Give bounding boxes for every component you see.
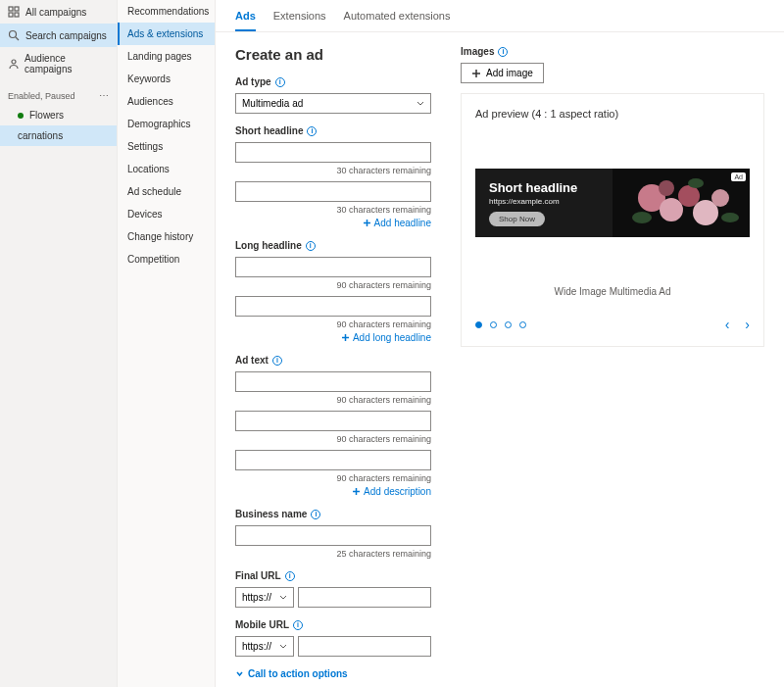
char-remaining: 25 characters remaining	[235, 549, 431, 559]
preview-title: Ad preview (4 : 1 aspect ratio)	[475, 108, 750, 120]
short-headline-input-2[interactable]	[235, 181, 431, 202]
nav-label: All campaigns	[25, 7, 86, 18]
plus-icon	[363, 219, 371, 227]
plus-icon	[471, 69, 481, 78]
info-icon[interactable]: i	[272, 356, 282, 366]
info-icon[interactable]: i	[275, 77, 285, 87]
ad-text-input-2[interactable]	[235, 411, 431, 431]
ad-type-label: Ad type	[235, 76, 271, 87]
info-icon[interactable]: i	[306, 241, 316, 251]
adgroup-label: carnations	[18, 130, 63, 141]
nav-label: Audience campaigns	[24, 53, 109, 74]
pager-dot[interactable]	[490, 321, 497, 328]
ad-text-input-3[interactable]	[235, 450, 431, 470]
campaign-flowers[interactable]: Flowers	[0, 105, 117, 125]
final-url-label: Final URL	[235, 570, 281, 581]
svg-rect-2	[9, 13, 13, 17]
svg-line-5	[16, 37, 19, 40]
info-icon[interactable]: i	[498, 47, 508, 57]
nav-all-campaigns[interactable]: All campaigns	[0, 0, 117, 24]
ad-text-input-1[interactable]	[235, 371, 431, 392]
char-remaining: 30 characters remaining	[235, 205, 431, 215]
more-icon[interactable]: ⋯	[99, 90, 109, 101]
nav2-ads-extensions[interactable]: Ads & extensions	[118, 23, 215, 45]
nav2-change-history[interactable]: Change history	[118, 225, 215, 248]
ad-type-select[interactable]: Multimedia ad	[235, 93, 431, 114]
page-title: Create an ad	[235, 46, 431, 63]
add-image-button[interactable]: Add image	[461, 63, 544, 83]
adgroup-carnations[interactable]: carnations	[0, 125, 117, 146]
nav-search-campaigns[interactable]: Search campaigns	[0, 24, 117, 47]
nav2-locations[interactable]: Locations	[118, 158, 215, 180]
final-url-input[interactable]	[298, 587, 431, 608]
status-filter-label: Enabled, Paused ⋯	[8, 90, 109, 101]
next-button[interactable]: ›	[745, 317, 750, 332]
preview-cta-button: Shop Now	[489, 212, 545, 226]
protocol-select[interactable]: https://	[235, 587, 294, 608]
long-headline-input-1[interactable]	[235, 257, 431, 277]
add-headline-link[interactable]: Add headline	[235, 218, 431, 228]
char-remaining: 30 characters remaining	[235, 166, 431, 175]
plus-icon	[341, 333, 350, 342]
info-icon[interactable]: i	[293, 620, 303, 630]
chevron-down-icon	[235, 669, 244, 678]
nav2-settings[interactable]: Settings	[118, 135, 215, 158]
nav2-ad-schedule[interactable]: Ad schedule	[118, 180, 215, 203]
ad-text-label: Ad text	[235, 355, 269, 366]
preview-caption: Wide Image Multimedia Ad	[475, 286, 750, 297]
svg-rect-0	[9, 7, 13, 11]
nav-audience-campaigns[interactable]: Audience campaigns	[0, 47, 117, 80]
cta-options-toggle[interactable]: Call to action options	[235, 668, 431, 679]
preview-url: https://example.com	[489, 197, 577, 206]
svg-rect-3	[15, 13, 19, 17]
ad-badge: Ad	[731, 172, 746, 181]
char-remaining: 90 characters remaining	[235, 280, 431, 290]
info-icon[interactable]: i	[307, 126, 317, 136]
pager-dots[interactable]	[475, 321, 526, 328]
char-remaining: 90 characters remaining	[235, 319, 431, 329]
info-icon[interactable]: i	[311, 510, 320, 519]
svg-point-22	[632, 212, 652, 223]
preview-headline: Short headline	[489, 180, 577, 195]
pager-dot[interactable]	[475, 321, 482, 328]
pager-dot[interactable]	[519, 321, 526, 328]
campaign-label: Flowers	[29, 110, 64, 121]
long-headline-input-2[interactable]	[235, 296, 431, 317]
svg-rect-1	[15, 7, 19, 11]
nav2-landing-pages[interactable]: Landing pages	[118, 45, 215, 68]
nav2-recommendations[interactable]: Recommendations	[118, 0, 215, 23]
images-label: Images	[461, 46, 494, 57]
ad-preview-box: Ad preview (4 : 1 aspect ratio) Short he…	[461, 93, 764, 347]
nav2-devices[interactable]: Devices	[118, 203, 215, 225]
tab-extensions[interactable]: Extensions	[273, 10, 326, 31]
info-icon[interactable]: i	[285, 571, 295, 581]
grid-icon	[8, 6, 20, 18]
flower-image	[612, 169, 750, 237]
protocol-select[interactable]: https://	[235, 636, 294, 657]
prev-button[interactable]: ‹	[725, 317, 730, 332]
mobile-url-input[interactable]	[298, 636, 431, 657]
svg-point-23	[688, 178, 704, 188]
search-icon	[8, 29, 20, 41]
svg-point-6	[12, 60, 16, 64]
audience-icon	[8, 58, 19, 70]
char-remaining: 90 characters remaining	[235, 395, 431, 405]
status-enabled-icon	[18, 113, 24, 119]
ad-preview-banner: Short headline https://example.com Shop …	[475, 169, 750, 237]
long-headline-label: Long headline	[235, 240, 302, 251]
tab-ads[interactable]: Ads	[235, 10, 256, 31]
svg-point-24	[721, 213, 739, 222]
pager-dot[interactable]	[505, 321, 512, 328]
nav2-keywords[interactable]: Keywords	[118, 68, 215, 90]
svg-point-4	[10, 31, 17, 38]
business-name-input[interactable]	[235, 525, 431, 546]
char-remaining: 90 characters remaining	[235, 473, 431, 483]
tab-automated-extensions[interactable]: Automated extensions	[344, 10, 451, 31]
svg-point-21	[711, 189, 729, 207]
nav2-demographics[interactable]: Demographics	[118, 113, 215, 135]
short-headline-input-1[interactable]	[235, 142, 431, 163]
nav2-competition[interactable]: Competition	[118, 248, 215, 270]
add-description-link[interactable]: Add description	[235, 486, 431, 497]
nav2-audiences[interactable]: Audiences	[118, 90, 215, 113]
add-long-headline-link[interactable]: Add long headline	[235, 332, 431, 343]
